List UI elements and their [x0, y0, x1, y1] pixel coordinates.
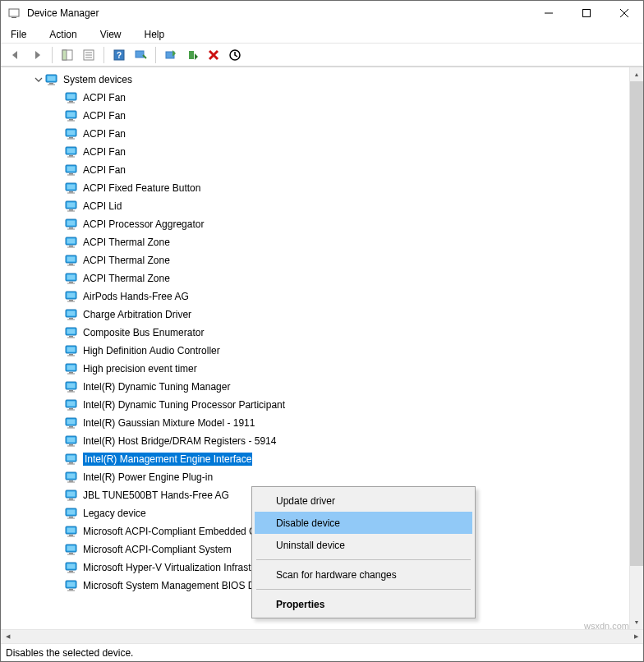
device-icon	[65, 255, 78, 266]
scroll-right-arrow[interactable]: ▶	[629, 633, 643, 640]
tree-item[interactable]: Intel(R) Dynamic Tuning Processor Partic…	[1, 396, 643, 414]
svg-rect-95	[67, 420, 76, 425]
svg-rect-84	[69, 372, 73, 374]
maximize-button[interactable]	[568, 1, 605, 25]
vertical-scrollbar[interactable]: ▲ ▼	[629, 67, 643, 629]
horizontal-scrollbar[interactable]: ◀ ▶	[1, 629, 643, 643]
svg-rect-120	[69, 535, 73, 536]
device-icon	[65, 218, 78, 230]
help-button[interactable]: ?	[109, 45, 129, 65]
svg-rect-45	[67, 193, 75, 194]
tree-item[interactable]: Intel(R) Power Engine Plug-in	[1, 468, 643, 486]
svg-rect-85	[67, 374, 75, 375]
svg-rect-31	[67, 131, 76, 136]
tree-item-label: ACPI Fixed Feature Button	[83, 182, 200, 194]
svg-rect-111	[67, 492, 76, 497]
menu-action[interactable]: Action	[46, 27, 80, 42]
svg-rect-48	[69, 209, 73, 211]
scroll-left-arrow[interactable]: ◀	[1, 633, 15, 640]
context-menu: Update driver Disable device Uninstall d…	[251, 486, 476, 618]
show-hide-tree-button[interactable]	[58, 45, 77, 65]
ctx-disable-device[interactable]: Disable device	[255, 512, 472, 534]
tree-item[interactable]: ACPI Lid	[1, 197, 643, 215]
svg-rect-76	[69, 336, 73, 338]
scroll-thumb[interactable]	[630, 81, 643, 566]
watermark: wsxdn.com	[584, 621, 629, 631]
tree-item-label: ACPI Fan	[83, 110, 126, 122]
ctx-uninstall-device[interactable]: Uninstall device	[255, 534, 472, 556]
tree-item[interactable]: ACPI Thermal Zone	[1, 233, 643, 251]
ctx-update-driver[interactable]: Update driver	[255, 490, 472, 512]
ctx-properties[interactable]: Properties	[255, 593, 472, 615]
tree-item[interactable]: High Definition Audio Controller	[1, 342, 643, 360]
tree-item[interactable]: Charge Arbitration Driver	[1, 306, 643, 324]
device-icon	[65, 200, 78, 212]
svg-rect-128	[69, 571, 73, 572]
separator	[155, 47, 156, 63]
svg-rect-112	[69, 499, 73, 500]
scroll-up-arrow[interactable]: ▲	[630, 67, 643, 81]
tree-item-label: Intel(R) Power Engine Plug-in	[83, 471, 213, 483]
menu-view[interactable]: View	[97, 27, 125, 42]
tree-item[interactable]: Intel(R) Management Engine Interface	[1, 450, 643, 468]
svg-rect-100	[69, 444, 73, 446]
device-icon	[65, 92, 78, 103]
svg-rect-92	[69, 408, 73, 410]
menu-file[interactable]: File	[7, 27, 30, 42]
scroll-down-arrow[interactable]: ▼	[630, 615, 643, 629]
back-button[interactable]	[6, 45, 25, 65]
tree-item[interactable]: Intel(R) Host Bridge/DRAM Registers - 59…	[1, 432, 643, 450]
uninstall-device-button[interactable]	[204, 45, 223, 65]
svg-rect-55	[67, 239, 76, 244]
device-icon	[65, 345, 78, 356]
svg-rect-117	[67, 518, 75, 519]
device-icon	[65, 580, 78, 591]
tree-item-label: ACPI Processor Aggregator	[83, 218, 204, 230]
tree-item[interactable]: ACPI Fan	[1, 107, 643, 125]
menu-help[interactable]: Help	[141, 27, 168, 42]
status-text: Disables the selected device.	[6, 647, 133, 659]
svg-rect-108	[69, 480, 73, 482]
svg-rect-7	[62, 50, 67, 60]
tree-item[interactable]: ACPI Fan	[1, 125, 643, 143]
toolbar: ?	[1, 44, 643, 67]
tree-item[interactable]: High precision event timer	[1, 360, 643, 378]
tree-item[interactable]: AirPods Hands-Free AG	[1, 287, 643, 306]
tree-item[interactable]: ACPI Thermal Zone	[1, 251, 643, 269]
ctx-scan-hardware[interactable]: Scan for hardware changes	[255, 563, 472, 586]
tree-item[interactable]: ACPI Processor Aggregator	[1, 215, 643, 233]
tree-category-system-devices[interactable]: System devices	[1, 71, 643, 89]
tree-item[interactable]: ACPI Fan	[1, 161, 643, 179]
svg-rect-123	[67, 546, 76, 551]
svg-rect-127	[67, 564, 76, 569]
update-driver-button[interactable]	[161, 45, 181, 65]
device-icon	[65, 544, 78, 555]
tree-item[interactable]: Intel(R) Gaussian Mixture Model - 1911	[1, 414, 643, 432]
tree-item-label: Microsoft System Management BIOS Driver	[83, 580, 252, 591]
collapse-icon[interactable]	[34, 76, 44, 84]
titlebar[interactable]: Device Manager	[1, 1, 643, 25]
scan-hardware-button[interactable]	[131, 45, 150, 65]
device-icon	[65, 146, 78, 158]
menubar: File Action View Help	[1, 25, 643, 44]
minimize-button[interactable]	[530, 1, 568, 25]
tree-item[interactable]: ACPI Fixed Feature Button	[1, 179, 643, 197]
tree-item[interactable]: ACPI Thermal Zone	[1, 269, 643, 287]
enable-device-button[interactable]	[182, 45, 202, 65]
svg-rect-124	[69, 553, 73, 554]
properties-button[interactable]	[79, 45, 99, 65]
close-button[interactable]	[605, 1, 643, 25]
device-icon	[45, 74, 58, 85]
tree-item[interactable]: ACPI Fan	[1, 143, 643, 161]
device-icon	[65, 562, 78, 573]
app-icon	[7, 7, 21, 20]
forward-button[interactable]	[27, 45, 47, 65]
device-icon	[65, 399, 78, 411]
svg-rect-83	[67, 365, 76, 370]
tree-item[interactable]: ACPI Fan	[1, 89, 643, 107]
svg-rect-101	[67, 446, 75, 447]
svg-rect-23	[67, 94, 76, 99]
tree-item[interactable]: Intel(R) Dynamic Tuning Manager	[1, 378, 643, 396]
tree-item[interactable]: Composite Bus Enumerator	[1, 324, 643, 342]
disable-device-button[interactable]	[225, 45, 245, 65]
